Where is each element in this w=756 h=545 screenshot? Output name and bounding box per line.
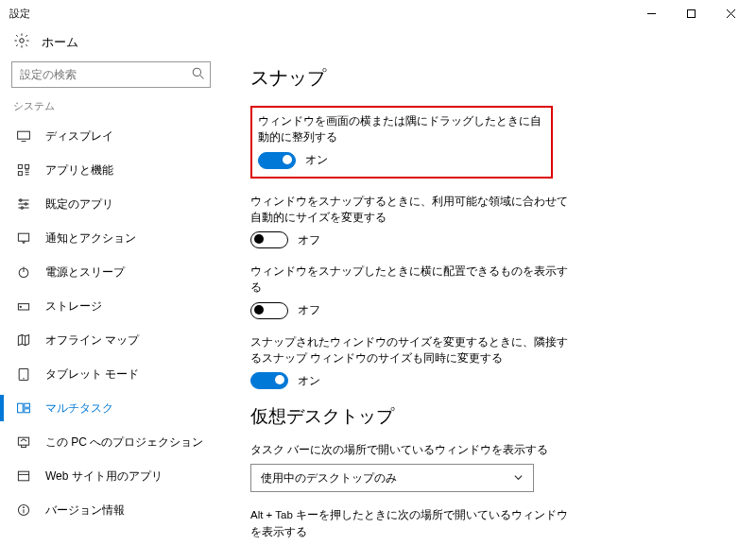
toggle-snap-resize-adjacent[interactable] [250, 372, 288, 389]
search-box[interactable] [11, 61, 211, 88]
sidebar-item-maps[interactable]: オフライン マップ [11, 323, 211, 357]
group-label: システム [13, 99, 211, 113]
svg-rect-31 [25, 403, 30, 407]
setting-desc: ウィンドウをスナップするときに、利用可能な領域に合わせて自動的にサイズを変更する [250, 194, 572, 227]
svg-point-39 [24, 507, 25, 508]
setting-snap-auto-size: ウィンドウをスナップするときに、利用可能な領域に合わせて自動的にサイズを変更する… [250, 194, 572, 249]
setting-desc: ウィンドウをスナップしたときに横に配置できるものを表示する [250, 264, 572, 297]
sidebar-item-power[interactable]: 電源とスリープ [11, 255, 211, 289]
select-value: 使用中のデスクトップのみ [261, 471, 397, 485]
svg-rect-34 [18, 471, 28, 481]
search-input[interactable] [11, 61, 211, 88]
svg-rect-9 [18, 164, 22, 168]
sidebar-item-label: アプリと機能 [45, 162, 113, 179]
setting-snap-resize-adjacent: スナップされたウィンドウのサイズを変更するときに、隣接するスナップ ウィンドウの… [250, 334, 572, 390]
display-icon [15, 128, 32, 144]
multitask-icon [15, 400, 32, 416]
map-icon [15, 332, 32, 348]
toggle-snap-suggest[interactable] [250, 302, 288, 319]
gear-icon [13, 32, 30, 52]
maximize-button[interactable] [671, 0, 711, 26]
defaults-icon [15, 196, 32, 212]
tablet-icon [15, 366, 32, 382]
sidebar-item-tablet[interactable]: タブレット モード [11, 357, 211, 391]
sidebar-item-label: 電源とスリープ [45, 264, 125, 281]
toggle-snap-auto-arrange[interactable] [258, 152, 296, 169]
home-row[interactable]: ホーム [0, 26, 756, 61]
toggle-state-label: オン [298, 374, 320, 388]
power-icon [15, 264, 32, 280]
select-vd-taskbar[interactable]: 使用中のデスクトップのみ [250, 464, 534, 492]
svg-rect-21 [18, 233, 28, 241]
sidebar-item-label: タブレット モード [45, 366, 139, 383]
setting-vd-taskbar: タスク バーに次の場所で開いているウィンドウを表示する 使用中のデスクトップのみ [250, 442, 572, 492]
notifications-icon [15, 230, 32, 246]
svg-rect-32 [25, 409, 30, 413]
sidebar-item-label: ディスプレイ [45, 128, 113, 145]
setting-vd-alttab: Alt + Tab キーを押したときに次の場所で開いているウィンドウを表示する … [250, 507, 572, 542]
svg-point-25 [20, 306, 21, 307]
toggle-snap-auto-size[interactable] [250, 231, 288, 248]
sidebar-item-label: ストレージ [45, 298, 102, 315]
svg-rect-30 [18, 403, 24, 413]
svg-point-4 [20, 39, 25, 43]
home-label: ホーム [42, 34, 78, 51]
svg-line-6 [200, 76, 204, 79]
toggle-state-label: オフ [298, 303, 320, 317]
svg-rect-11 [18, 172, 22, 176]
sidebar-item-display[interactable]: ディスプレイ [11, 119, 211, 153]
apps-icon [15, 162, 32, 178]
setting-desc: タスク バーに次の場所で開いているウィンドウを表示する [250, 442, 572, 458]
search-icon [191, 66, 205, 83]
sidebar-item-defaults[interactable]: 既定のアプリ [11, 187, 211, 221]
section-title-vd: 仮想デスクトップ [250, 404, 733, 429]
sidebar: システム ディスプレイ アプリと機能 既定のアプリ 通知とアクション 電源とスリ… [0, 61, 222, 542]
sidebar-item-label: マルチタスク [45, 400, 113, 417]
sidebar-item-label: 既定のアプリ [45, 196, 113, 213]
setting-snap-auto-arrange: ウィンドウを画面の横または隅にドラッグしたときに自動的に整列する オン [250, 106, 553, 179]
window-title: 設定 [9, 7, 30, 21]
section-title-snap: スナップ [250, 65, 733, 91]
info-icon [15, 502, 32, 518]
sidebar-item-multitask[interactable]: マルチタスク [11, 391, 211, 425]
toggle-state-label: オフ [298, 233, 320, 247]
setting-desc: スナップされたウィンドウのサイズを変更するときに、隣接するスナップ ウィンドウの… [250, 334, 572, 367]
sidebar-item-label: この PC へのプロジェクション [45, 434, 203, 451]
sidebar-item-projection[interactable]: この PC へのプロジェクション [11, 425, 211, 459]
setting-snap-suggest: ウィンドウをスナップしたときに横に配置できるものを表示する オフ [250, 264, 572, 319]
sidebar-item-storage[interactable]: ストレージ [11, 289, 211, 323]
toggle-state-label: オン [305, 153, 328, 167]
close-button[interactable] [711, 0, 750, 26]
chevron-down-icon [513, 472, 524, 485]
projection-icon [15, 434, 32, 450]
setting-desc: Alt + Tab キーを押したときに次の場所で開いているウィンドウを表示する [250, 507, 572, 540]
sidebar-item-label: Web サイト用のアプリ [45, 468, 163, 485]
sidebar-item-label: 通知とアクション [45, 230, 136, 247]
minimize-button[interactable] [631, 0, 671, 26]
sidebar-item-label: オフライン マップ [45, 332, 139, 349]
web-icon [15, 468, 32, 484]
svg-rect-7 [18, 131, 30, 139]
sidebar-item-about[interactable]: バージョン情報 [11, 493, 211, 527]
sidebar-item-apps[interactable]: アプリと機能 [11, 153, 211, 187]
sidebar-item-webapps[interactable]: Web サイト用のアプリ [11, 459, 211, 493]
storage-icon [15, 298, 32, 314]
svg-point-5 [193, 68, 200, 76]
titlebar: 設定 [0, 0, 756, 26]
svg-rect-1 [687, 9, 695, 17]
sidebar-item-label: バージョン情報 [45, 502, 125, 519]
svg-rect-10 [26, 164, 29, 168]
content-pane: スナップ ウィンドウを画面の横または隅にドラッグしたときに自動的に整列する オン… [222, 61, 756, 542]
sidebar-item-notifications[interactable]: 通知とアクション [11, 221, 211, 255]
setting-desc: ウィンドウを画面の横または隅にドラッグしたときに自動的に整列する [258, 113, 541, 146]
